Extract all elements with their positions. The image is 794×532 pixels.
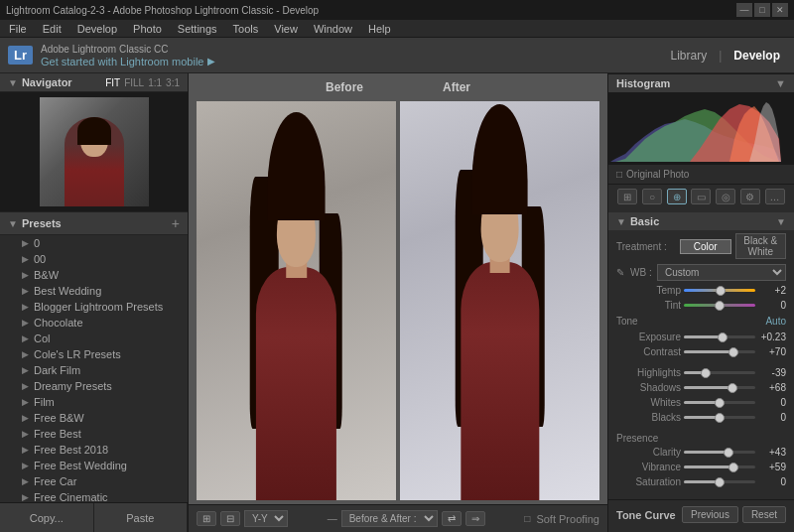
copy-after-button[interactable]: ⇒ [465,511,485,526]
zoom-3-1[interactable]: 3:1 [166,77,180,88]
temp-thumb[interactable] [716,286,726,296]
list-item[interactable]: ▶Free Best Wedding [0,458,188,473]
bw-treatment-button[interactable]: Black & White [735,233,787,259]
vibrance-slider[interactable] [684,466,755,468]
zoom-fill[interactable]: FILL [124,77,144,88]
before-after-select[interactable]: Before & After : [341,510,438,527]
before-label: Before [326,80,363,94]
contrast-thumb[interactable] [728,347,738,357]
temp-slider[interactable] [684,289,755,292]
tone-curve-section: Tone Curve Previous Reset [608,499,794,529]
menu-edit[interactable]: Edit [40,23,65,35]
list-item[interactable]: ▶00 [0,251,188,267]
zoom-1-1[interactable]: 1:1 [148,77,162,88]
tint-slider[interactable] [684,304,755,307]
shadows-slider[interactable] [684,386,755,389]
copy-button[interactable]: Copy... [0,503,94,532]
wb-eyedropper[interactable]: ✎ [616,267,624,278]
compare-button[interactable]: ⊟ [220,511,240,526]
menu-photo[interactable]: Photo [130,23,165,35]
shadows-thumb[interactable] [728,383,737,393]
list-item[interactable]: ▶Free Car [0,473,188,489]
radial-tool[interactable]: ◎ [716,189,735,204]
module-library[interactable]: Library [665,47,714,65]
toolbar-right: □ Soft Proofing [524,513,599,525]
adjust-tool[interactable]: ⚙ [740,189,760,204]
list-item[interactable]: ▶Cole's LR Presets [0,346,188,362]
saturation-thumb[interactable] [715,477,725,487]
original-photo-section: □ Original Photo [608,164,794,184]
list-item[interactable]: ▶Blogger Lightroom Presets [0,299,188,315]
exposure-thumb[interactable] [718,332,728,342]
grad-filter-tool[interactable]: ▭ [691,189,711,204]
vibrance-label: Vibrance [616,462,681,472]
highlights-slider-row: Highlights -39 [608,365,794,380]
highlights-thumb[interactable] [701,368,711,378]
clarity-slider[interactable] [684,451,755,454]
list-item[interactable]: ▶Dark Film [0,362,188,378]
menu-settings[interactable]: Settings [175,23,220,35]
minimize-button[interactable]: — [736,3,752,17]
top-right: Library | Develop [665,47,787,65]
before-photo[interactable] [197,101,396,500]
after-photo[interactable] [400,101,599,500]
menu-view[interactable]: View [271,23,301,35]
saturation-slider[interactable] [684,480,755,483]
menu-window[interactable]: Window [311,23,355,35]
orig-checkbox[interactable]: □ [616,169,622,180]
whites-slider[interactable] [684,401,755,404]
list-item[interactable]: ▶Dreamy Presets [0,378,188,394]
blacks-slider[interactable] [684,416,755,419]
histogram-expand[interactable]: ▼ [775,77,786,89]
maximize-button[interactable]: □ [754,3,770,17]
exposure-slider[interactable] [684,335,755,338]
brand-arrow[interactable]: ▶ [207,56,215,66]
crop-tool[interactable]: ⊞ [617,189,637,204]
list-item[interactable]: ▶Free Best 2018 [0,442,188,458]
presets-toggle[interactable]: ▼ [8,218,18,229]
soft-proofing-label[interactable]: Soft Proofing [536,513,599,525]
wb-select[interactable]: Custom As Shot Auto Daylight Cloudy Flas… [657,264,786,281]
clarity-value: +43 [758,447,786,458]
list-item[interactable]: ▶Free Best [0,426,188,442]
list-item[interactable]: ▶Film [0,394,188,410]
basic-toggle[interactable]: ▼ [616,216,626,227]
paste-button[interactable]: Paste [94,503,189,532]
reset-button[interactable]: Reset [742,506,786,523]
titlebar-controls[interactable]: — □ ✕ [736,3,788,17]
presets-add-icon[interactable]: + [172,215,180,231]
menu-tools[interactable]: Tools [230,23,262,35]
list-item[interactable]: ▶Best Wedding [0,283,188,299]
navigator-toggle[interactable]: ▼ [8,77,18,88]
module-develop[interactable]: Develop [728,47,786,65]
menu-file[interactable]: File [6,23,30,35]
swap-button[interactable]: ⇄ [442,511,462,526]
previous-button[interactable]: Previous [682,506,738,523]
tint-thumb[interactable] [715,301,725,311]
tone-auto-button[interactable]: Auto [765,316,786,327]
more-tool[interactable]: … [765,189,785,204]
basic-expand-icon[interactable]: ▼ [776,216,786,227]
list-item[interactable]: ▶Free Cinematic [0,489,188,502]
highlights-slider[interactable] [684,371,755,374]
whites-thumb[interactable] [715,398,725,408]
spot-tool[interactable]: ○ [642,189,662,204]
vibrance-thumb[interactable] [728,463,738,472]
blacks-thumb[interactable] [715,413,725,423]
menu-develop[interactable]: Develop [74,23,120,35]
color-treatment-button[interactable]: Color [680,239,731,254]
after-subject [444,133,556,500]
list-item[interactable]: ▶B&W [0,267,188,283]
axis-select[interactable]: Y-Y [244,510,288,527]
zoom-fit[interactable]: FIT [105,77,120,88]
redeye-tool[interactable]: ⊕ [667,189,687,204]
menu-help[interactable]: Help [365,23,394,35]
grid-view-button[interactable]: ⊞ [197,511,216,526]
close-button[interactable]: ✕ [772,3,788,17]
list-item[interactable]: ▶Free B&W [0,410,188,426]
contrast-slider[interactable] [684,350,755,353]
clarity-thumb[interactable] [724,448,733,458]
list-item[interactable]: ▶Col [0,331,188,346]
list-item[interactable]: ▶Chocolate [0,315,188,331]
list-item[interactable]: ▶0 [0,235,188,251]
